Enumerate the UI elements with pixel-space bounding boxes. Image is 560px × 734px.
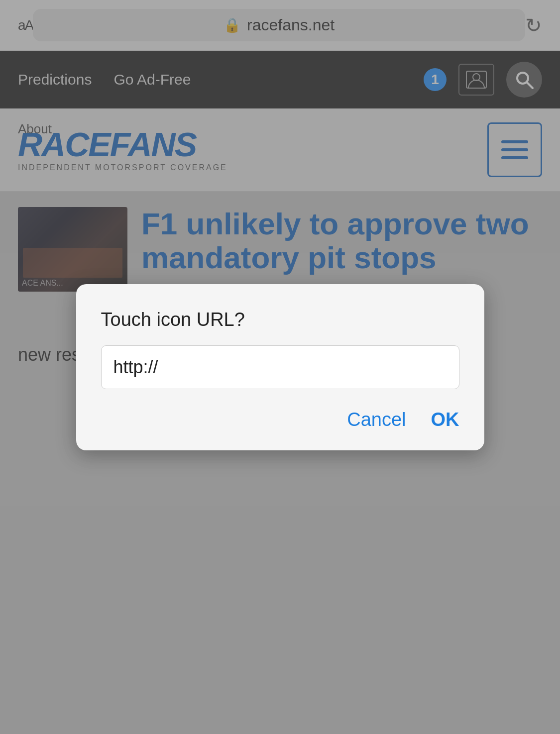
touch-icon-url-dialog: Touch icon URL? Cancel OK: [76, 284, 484, 450]
dialog-overlay: Touch icon URL? Cancel OK: [0, 0, 560, 734]
dialog-title: Touch icon URL?: [101, 309, 459, 330]
dialog-actions: Cancel OK: [101, 409, 459, 430]
touch-icon-url-input[interactable]: [101, 345, 459, 389]
ok-button[interactable]: OK: [431, 409, 459, 430]
cancel-button[interactable]: Cancel: [347, 409, 406, 430]
